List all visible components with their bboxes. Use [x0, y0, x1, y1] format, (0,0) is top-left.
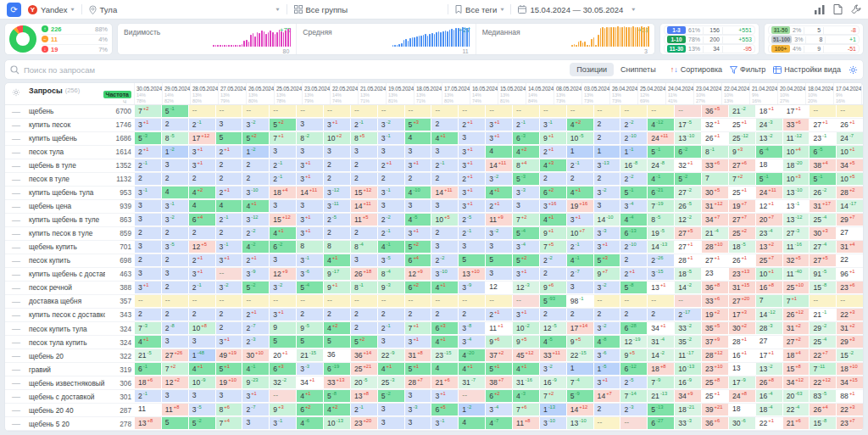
- position-cell[interactable]: --: [404, 295, 431, 308]
- position-cell[interactable]: 7+1: [782, 295, 810, 308]
- position-cell[interactable]: 3: [134, 241, 161, 254]
- position-cell[interactable]: 15+12: [269, 214, 296, 226]
- position-cell[interactable]: 30+2: [728, 322, 755, 335]
- position-cell[interactable]: 25+8: [701, 376, 728, 389]
- position-cell[interactable]: 19-5: [647, 227, 674, 240]
- position-cell[interactable]: 9-17: [323, 268, 350, 281]
- position-cell[interactable]: 2-1: [188, 282, 215, 294]
- summary-chart-icon[interactable]: [815, 5, 825, 14]
- position-cell[interactable]: 2: [161, 119, 188, 131]
- position-cell[interactable]: 3-2: [593, 322, 620, 335]
- position-cell[interactable]: 3-1: [539, 119, 566, 131]
- position-cell[interactable]: 2: [161, 282, 188, 294]
- position-cell[interactable]: 5-2: [242, 282, 269, 294]
- position-cell[interactable]: 4+1: [539, 214, 566, 226]
- position-cell[interactable]: 8-1: [350, 282, 377, 294]
- position-cell[interactable]: 14+12: [566, 404, 593, 416]
- position-cell[interactable]: 12-19: [620, 336, 647, 349]
- position-cell[interactable]: 3-3: [296, 363, 323, 376]
- position-cell[interactable]: 88+1: [836, 390, 863, 403]
- position-cell[interactable]: 2-5: [620, 376, 647, 389]
- position-cell[interactable]: 13-12: [782, 214, 810, 226]
- position-cell[interactable]: 27+1: [701, 254, 728, 267]
- position-cell[interactable]: --: [458, 390, 485, 403]
- position-cell[interactable]: 3: [458, 132, 485, 145]
- position-cell[interactable]: 22-9: [377, 349, 404, 362]
- position-cell[interactable]: 4+1: [431, 282, 458, 294]
- position-cell[interactable]: 5-2: [188, 417, 215, 430]
- position-cell[interactable]: 2+1: [188, 254, 215, 267]
- position-cell[interactable]: 3+1: [296, 159, 323, 172]
- position-cell[interactable]: 2-1: [512, 119, 539, 131]
- position-cell[interactable]: 3: [161, 336, 188, 349]
- row-select[interactable]: —: [5, 119, 27, 131]
- date-column-header[interactable]: 14.05.202414%84%: [526, 83, 554, 104]
- position-cell[interactable]: 4+1: [377, 363, 404, 376]
- position-cell[interactable]: --: [647, 105, 674, 118]
- position-cell[interactable]: 10+3: [782, 173, 810, 186]
- position-cell[interactable]: 34+1: [647, 322, 674, 335]
- position-cell[interactable]: 2+1: [134, 146, 161, 159]
- position-cell[interactable]: 3: [404, 390, 431, 403]
- position-cell[interactable]: 3: [377, 146, 404, 159]
- position-cell[interactable]: 2: [350, 322, 377, 335]
- position-cell[interactable]: 8-2: [296, 132, 323, 145]
- position-cell[interactable]: 7+6: [512, 404, 539, 416]
- position-cell[interactable]: 27: [836, 227, 863, 240]
- position-cell[interactable]: 16-9: [539, 376, 566, 389]
- position-cell[interactable]: 2: [134, 173, 161, 186]
- position-cell[interactable]: 4+1: [296, 390, 323, 403]
- position-cell[interactable]: 91-5: [809, 268, 836, 281]
- position-cell[interactable]: 18: [755, 159, 782, 172]
- position-cell[interactable]: 13+1: [647, 282, 674, 294]
- range-legend-row[interactable]: 1-1078%200+553: [664, 35, 755, 44]
- position-cell[interactable]: 34+9: [674, 390, 701, 403]
- position-cell[interactable]: 3+1: [458, 146, 485, 159]
- position-cell[interactable]: 14-17: [836, 200, 863, 213]
- position-cell[interactable]: 34+7: [701, 214, 728, 226]
- position-cell[interactable]: 2-26: [647, 254, 674, 267]
- position-cell[interactable]: 12+9: [269, 268, 296, 281]
- position-cell[interactable]: 3: [404, 200, 431, 213]
- position-cell[interactable]: 11+1: [485, 322, 512, 335]
- position-cell[interactable]: 3+1: [188, 159, 215, 172]
- position-cell[interactable]: 2+1: [242, 254, 269, 267]
- position-cell[interactable]: 2-1: [566, 241, 593, 254]
- position-cell[interactable]: 3: [377, 417, 404, 430]
- position-cell[interactable]: --: [593, 295, 620, 308]
- position-cell[interactable]: 4-2: [242, 241, 269, 254]
- position-cell[interactable]: 1-13: [539, 404, 566, 416]
- position-cell[interactable]: 16-9: [674, 376, 701, 389]
- position-cell[interactable]: --: [431, 105, 458, 118]
- position-cell[interactable]: 7-9: [647, 376, 674, 389]
- position-cell[interactable]: 2: [323, 159, 350, 172]
- position-cell[interactable]: 26+8: [755, 376, 782, 389]
- position-cell[interactable]: 4+1: [134, 336, 161, 349]
- position-cell[interactable]: 2: [323, 227, 350, 240]
- position-cell[interactable]: 3-9: [458, 282, 485, 294]
- row-select[interactable]: —: [5, 200, 27, 213]
- position-cell[interactable]: 19+7: [728, 200, 755, 213]
- position-cell[interactable]: 3+1: [485, 119, 512, 131]
- range-legend-row[interactable]: 11-3013%34-95: [664, 44, 755, 53]
- position-cell[interactable]: 6-19: [323, 363, 350, 376]
- position-cell[interactable]: 3-2: [269, 282, 296, 294]
- position-cell[interactable]: 26-2: [809, 187, 836, 199]
- position-cell[interactable]: --: [836, 295, 863, 308]
- position-cell[interactable]: 6+5: [431, 404, 458, 416]
- position-cell[interactable]: 49+19: [215, 349, 242, 362]
- position-cell[interactable]: 20-5: [350, 376, 377, 389]
- date-column-header[interactable]: 25.05.202413%78%: [274, 83, 302, 104]
- row-select[interactable]: —: [5, 349, 27, 362]
- position-cell[interactable]: 32-2: [269, 376, 296, 389]
- position-cell[interactable]: 5-4: [512, 227, 539, 240]
- position-cell[interactable]: 2: [350, 159, 377, 172]
- position-cell[interactable]: 2-5: [458, 214, 485, 226]
- position-cell[interactable]: 2-1: [215, 214, 242, 226]
- position-cell[interactable]: 3-3: [593, 227, 620, 240]
- position-cell[interactable]: 12: [485, 282, 512, 294]
- position-cell[interactable]: 2: [350, 309, 377, 321]
- range-legend-row[interactable]: 51-1003%8+1: [768, 35, 860, 44]
- view-settings-button[interactable]: Настройки вида: [773, 65, 841, 74]
- position-cell[interactable]: 3-10: [242, 187, 269, 199]
